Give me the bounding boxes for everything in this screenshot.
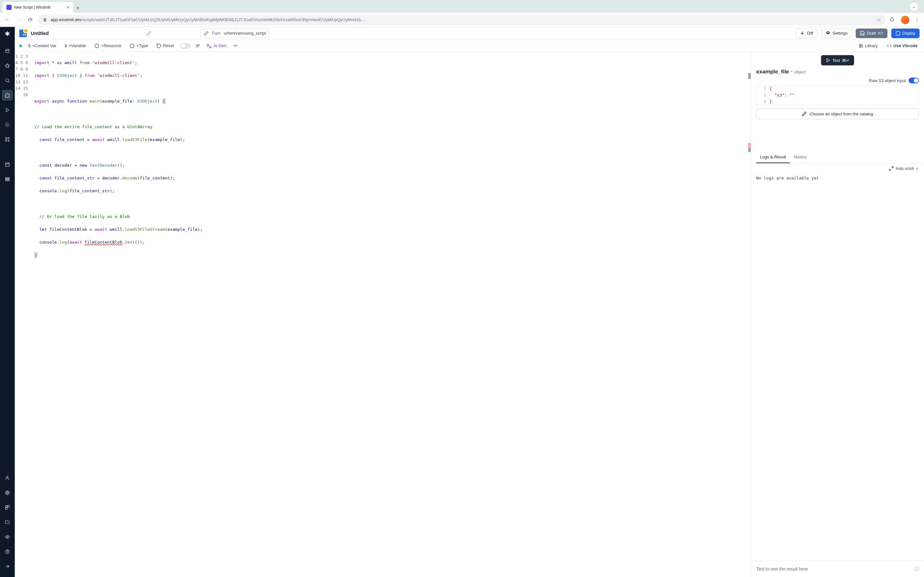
- sidebar-rail: $: [0, 27, 15, 577]
- svg-rect-27: [8, 506, 9, 507]
- svg-line-45: [892, 167, 893, 168]
- resource-button[interactable]: +Resource: [92, 42, 123, 50]
- url-text: app.windmill.dev/scripts/add#JTdCJTIyaGF…: [51, 17, 873, 22]
- variable-button[interactable]: $+Variable: [63, 42, 88, 49]
- browser-tab[interactable]: New Script | Windmill ×: [3, 2, 73, 13]
- rail-item-users[interactable]: [2, 472, 13, 484]
- json-input[interactable]: 1{ 2 "s3": "" 3}: [756, 85, 919, 105]
- minimap-error-marker: [748, 143, 751, 148]
- path-display[interactable]: Path u/henri/amusing_script: [200, 29, 270, 38]
- result-placeholder: Test to see the result here ⓘ: [751, 561, 924, 577]
- rail-item-help[interactable]: [2, 546, 13, 557]
- raw-s3-toggle[interactable]: [909, 77, 919, 83]
- close-tab-icon[interactable]: ×: [67, 5, 69, 10]
- rail-item-hub[interactable]: [2, 45, 13, 56]
- back-button[interactable]: ←: [3, 16, 11, 23]
- minimap-marker: [748, 148, 751, 152]
- settings-button[interactable]: Settings: [821, 29, 852, 38]
- typescript-badge-icon: TS: [19, 29, 27, 37]
- rail-item-workers[interactable]: [2, 174, 13, 185]
- svg-rect-28: [5, 508, 7, 509]
- edit-title-icon[interactable]: [146, 31, 152, 36]
- svg-rect-4: [6, 49, 9, 53]
- logs-toolbar: Auto scroll ✓: [751, 163, 924, 174]
- app-root: $ TS Untitled Path u/henr: [0, 27, 924, 577]
- svg-point-14: [8, 140, 9, 141]
- type-button[interactable]: +Type: [128, 42, 150, 50]
- content-split: 1 2 3 4 5 6 7 8 9 10 11 12 13 14 15 16 i…: [15, 52, 924, 577]
- rail-item-runs[interactable]: [2, 105, 13, 115]
- library-button[interactable]: Library: [856, 42, 880, 50]
- vim-toggle[interactable]: [180, 43, 191, 49]
- svg-point-39: [235, 45, 236, 47]
- expand-icon[interactable]: [889, 166, 894, 171]
- auto-scroll-label: Auto scroll: [896, 166, 914, 171]
- info-icon[interactable]: ⓘ: [914, 566, 919, 572]
- rail-item-workspaces[interactable]: [2, 502, 13, 513]
- chrome-chevron-icon[interactable]: ⌄: [910, 3, 918, 11]
- reset-button[interactable]: Reset: [154, 42, 176, 50]
- rail-item-resources[interactable]: [2, 134, 13, 145]
- rail-item-home[interactable]: [2, 90, 13, 101]
- line-gutter: 1 2 3 4 5 6 7 8 9 10 11 12 13 14 15 16: [15, 52, 32, 577]
- editor-toolbar: $+Context Var $+Variable +Resource +Type…: [15, 40, 924, 52]
- site-info-icon[interactable]: [42, 17, 47, 23]
- svg-point-38: [198, 45, 199, 46]
- result-tabs: Logs & Result History: [751, 151, 924, 163]
- right-panel: Test ⌘↵ example_file* object Raw S3 obje…: [751, 52, 924, 577]
- script-header: TS Untitled Path u/henri/amusing_script …: [15, 27, 924, 40]
- path-value: u/henri/amusing_script: [224, 31, 266, 35]
- check-icon: ✓: [916, 166, 919, 171]
- choose-catalog-button[interactable]: Choose an object from the catalog: [756, 108, 919, 119]
- address-bar[interactable]: app.windmill.dev/scripts/add#JTdCJTIyaGF…: [38, 15, 885, 25]
- rail-item-schedule[interactable]: [2, 159, 13, 170]
- no-logs-text: No logs are available yet: [756, 176, 819, 181]
- svg-rect-21: [5, 177, 9, 179]
- new-tab-button[interactable]: +: [76, 5, 79, 13]
- path-label: Path: [212, 31, 221, 35]
- raw-toggle-row: Raw S3 object input: [751, 77, 924, 85]
- reload-button[interactable]: ⟳: [26, 16, 34, 23]
- forward-button[interactable]: →: [15, 16, 23, 23]
- svg-point-36: [95, 44, 99, 48]
- draft-button[interactable]: Draft⌘S: [856, 29, 887, 38]
- rail-item-view[interactable]: [2, 532, 13, 542]
- address-bar-row: ← → ⟳ app.windmill.dev/scripts/add#JTdCJ…: [0, 13, 924, 27]
- context-var-button[interactable]: $+Context Var: [26, 42, 58, 49]
- profile-avatar[interactable]: [901, 16, 909, 24]
- script-title: Untitled: [31, 31, 49, 36]
- svg-marker-6: [5, 63, 9, 68]
- input-name: example_file: [756, 69, 789, 75]
- svg-rect-17: [5, 163, 9, 166]
- code-body[interactable]: import * as wmill from 'windmill-client'…: [32, 52, 751, 577]
- rail-item-favorites[interactable]: [2, 60, 13, 71]
- bookmark-star-icon[interactable]: ☆: [877, 17, 881, 23]
- svg-point-24: [6, 476, 8, 478]
- svg-point-25: [7, 492, 8, 493]
- deploy-button[interactable]: Deploy: [891, 29, 919, 38]
- gear-icon[interactable]: [233, 43, 238, 48]
- rail-item-variables[interactable]: $: [2, 119, 13, 130]
- rail-item-collapse[interactable]: [2, 561, 13, 572]
- logs-body: No logs are available yet: [751, 174, 924, 561]
- svg-rect-26: [5, 506, 7, 507]
- svg-rect-23: [5, 180, 9, 181]
- team-icon[interactable]: [195, 43, 200, 48]
- svg-line-8: [8, 81, 9, 82]
- diff-button[interactable]: Diff: [796, 29, 817, 38]
- svg-line-46: [889, 169, 891, 171]
- favicon: [6, 5, 11, 10]
- code-editor[interactable]: 1 2 3 4 5 6 7 8 9 10 11 12 13 14 15 16 i…: [15, 52, 751, 577]
- windmill-logo-icon[interactable]: [3, 30, 11, 38]
- rail-item-settings[interactable]: [2, 487, 13, 498]
- use-vscode-button[interactable]: Use VScode: [885, 42, 919, 50]
- extensions-icon[interactable]: [889, 17, 897, 23]
- rail-item-folder[interactable]: [2, 517, 13, 528]
- tab-logs-result[interactable]: Logs & Result: [756, 151, 790, 163]
- test-button[interactable]: Test ⌘↵: [821, 55, 855, 65]
- input-type: object: [795, 69, 806, 74]
- browser-menu-icon[interactable]: ⋮: [913, 17, 921, 23]
- tab-history[interactable]: History: [790, 151, 811, 163]
- ai-gen-button[interactable]: AI Gen: [205, 42, 228, 50]
- rail-item-search[interactable]: [2, 75, 13, 86]
